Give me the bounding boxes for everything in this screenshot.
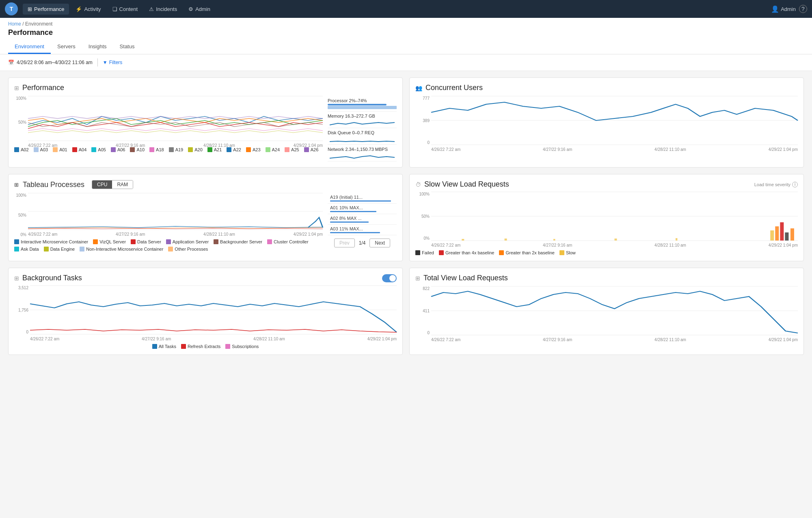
nav-activity[interactable]: ⚡ Activity	[71, 4, 106, 15]
slow-view-title: Slow View Load Requests	[424, 180, 509, 189]
performance-metrics-side: Processor 2%–74% Memory 16.3–272.7 GB Di…	[328, 96, 397, 161]
tabs: Environment Servers Insights Status	[8, 40, 804, 54]
bg-tasks-x-labels: 4/26/22 7:22 am 4/27/22 9:16 am 4/28/22 …	[30, 337, 397, 341]
tableau-processes-card: ⊞ Tableau Processes CPU RAM 100% 50% 0%	[8, 174, 403, 261]
svg-rect-21	[790, 228, 794, 241]
filter-icon: ▼	[103, 60, 108, 65]
processes-side-list: A19 (Initial) 11... A01 10% MAX... A02 8…	[328, 193, 397, 251]
svg-rect-20	[785, 232, 788, 241]
background-tasks-card: ⊞ Background Tasks 3,512 1,756 0	[8, 268, 403, 355]
performance-chart-area: 100% 50%	[14, 96, 397, 161]
incidents-nav-icon: ⚠	[149, 6, 154, 12]
app-logo: T	[5, 2, 18, 15]
processes-title: Tableau Processes	[23, 181, 84, 189]
bg-tasks-icon: ⊞	[14, 275, 19, 282]
slow-view-legend: Failed Greater than 4x baseline Greater …	[415, 250, 798, 255]
svg-rect-12	[462, 239, 464, 241]
nav-incidents[interactable]: ⚠ Incidents	[144, 4, 182, 15]
process-row-a01: A01 10% MAX...	[328, 204, 397, 214]
prev-button[interactable]: Prev	[334, 239, 355, 247]
performance-card: ⊞ Performance 100% 50%	[8, 77, 403, 168]
nav-right: 👤 Admin ?	[771, 5, 807, 13]
bg-tasks-title: Background Tasks	[22, 274, 82, 282]
svg-rect-17	[770, 230, 774, 241]
svg-rect-18	[775, 226, 779, 241]
page-title: Performance	[8, 28, 804, 37]
filter-bar: 📅 4/26/22 8:06 am–4/30/22 11:06 am ▼ Fil…	[0, 54, 812, 71]
slow-view-icon: ⏱	[415, 181, 421, 188]
cpu-button[interactable]: CPU	[92, 181, 112, 189]
svg-rect-15	[615, 239, 617, 241]
breadcrumb: Home / Environment	[8, 21, 804, 27]
breadcrumb-home[interactable]: Home	[8, 21, 21, 27]
tab-status[interactable]: Status	[113, 40, 141, 54]
nav-admin[interactable]: ⚙ Admin	[184, 4, 215, 15]
slow-view-chart: 100% 50% 0%	[415, 192, 798, 249]
process-row-a19: A19 (Initial) 11...	[328, 193, 397, 204]
performance-main-chart: 100% 50%	[14, 96, 323, 161]
nav-performance[interactable]: ⊞ Performance	[23, 4, 69, 15]
background-tasks-header: ⊞ Background Tasks	[14, 274, 397, 282]
bg-tasks-legend: All Tasks Refresh Extracts Subscriptions	[14, 344, 397, 349]
tab-servers[interactable]: Servers	[51, 40, 82, 54]
total-view-title: Total View Load Requests	[423, 274, 508, 282]
svg-rect-19	[780, 222, 784, 241]
breadcrumb-current: Environment	[25, 21, 52, 27]
performance-nav-icon: ⊞	[28, 6, 32, 12]
processes-x-labels: 4/26/22 7:22 am 4/27/22 9:16 am 4/28/22 …	[28, 232, 323, 236]
nav-content[interactable]: ❏ Content	[108, 4, 143, 15]
filters-label: Filters	[109, 60, 123, 65]
cpu-ram-toggle: CPU RAM	[92, 180, 133, 189]
performance-svg-container: 4/26/22 7:22 am 4/27/22 9:16 am 4/28/22 …	[28, 96, 323, 145]
background-tasks-toggle[interactable]	[382, 274, 397, 282]
page-header: Home / Environment Performance Environme…	[0, 18, 812, 54]
info-icon[interactable]: i	[792, 182, 798, 187]
user-icon: 👤	[771, 5, 779, 13]
total-view-chart: 822 411 0 4/26/22 7:22 am 4/27/22 9:16 a…	[415, 286, 798, 343]
content-nav-icon: ❏	[112, 6, 117, 12]
date-range-text: 4/26/22 8:06 am–4/30/22 11:06 am	[17, 60, 93, 65]
performance-card-title: Performance	[22, 84, 64, 92]
performance-card-icon: ⊞	[14, 85, 19, 91]
performance-legend: A02 A03 A01 A04 A05 A06 A10 A18 A19 A20 …	[14, 147, 323, 152]
background-tasks-chart: 3,512 1,756 0 4/26/22 7:22 am 4/27/22 9:…	[14, 286, 397, 342]
processes-card-icon: ⊞	[14, 182, 19, 188]
divider	[97, 58, 98, 67]
performance-x-labels: 4/26/22 7:22 am 4/27/22 9:16 am 4/28/22 …	[28, 143, 323, 148]
load-severity: Load time severity i	[754, 182, 798, 187]
total-view-x-labels: 4/26/22 7:22 am 4/27/22 9:16 am 4/28/22 …	[431, 337, 798, 342]
slow-view-x-labels: 4/26/22 7:22 am 4/27/22 9:16 am 4/28/22 …	[431, 243, 798, 247]
concurrent-x-labels: 4/26/22 7:22 am 4/27/22 9:16 am 4/28/22 …	[431, 147, 798, 152]
processes-pagination: Prev 1/4 Next	[328, 239, 397, 247]
activity-nav-icon: ⚡	[76, 6, 82, 12]
concurrent-users-card: 👥 Concurrent Users 777 389 0 4/26/22 7:2…	[409, 77, 804, 168]
svg-rect-16	[676, 238, 678, 241]
processes-legend: Interactive Microservice Container VizQL…	[14, 239, 323, 251]
pagination-label: 1/4	[359, 240, 366, 246]
processes-header: ⊞ Tableau Processes CPU RAM	[14, 180, 397, 189]
svg-rect-14	[553, 239, 555, 241]
svg-rect-13	[505, 239, 507, 241]
process-row-a03: A03 11% MAX...	[328, 225, 397, 235]
process-row-a02: A02 8% MAX ...	[328, 214, 397, 225]
concurrent-users-chart: 777 389 0 4/26/22 7:22 am 4/27/22 9:16 a…	[415, 96, 798, 153]
total-view-load-card: ⊞ Total View Load Requests 822 411 0 4/2…	[409, 268, 804, 355]
dashboard: ⊞ Performance 100% 50%	[0, 71, 812, 361]
admin-user[interactable]: 👤 Admin	[771, 5, 796, 13]
slow-view-load-card: ⏱ Slow View Load Requests Load time seve…	[409, 174, 804, 261]
total-view-icon: ⊞	[415, 275, 420, 282]
next-button[interactable]: Next	[369, 239, 390, 247]
processes-chart-wrap: 100% 50% 0%	[14, 193, 397, 251]
concurrent-users-title: Concurrent Users	[425, 84, 483, 92]
tab-insights[interactable]: Insights	[82, 40, 113, 54]
top-navigation: T ⊞ Performance ⚡ Activity ❏ Content ⚠ I…	[0, 0, 812, 18]
calendar-icon: 📅	[8, 60, 14, 65]
help-icon[interactable]: ?	[799, 5, 807, 13]
filters-button[interactable]: ▼ Filters	[103, 60, 123, 65]
concurrent-users-icon: 👥	[415, 85, 422, 91]
ram-button[interactable]: RAM	[112, 181, 133, 189]
processes-main-chart: 100% 50% 0%	[14, 193, 323, 251]
admin-nav-icon: ⚙	[188, 6, 193, 12]
tab-environment[interactable]: Environment	[8, 40, 51, 54]
date-range[interactable]: 📅 4/26/22 8:06 am–4/30/22 11:06 am	[8, 60, 93, 65]
